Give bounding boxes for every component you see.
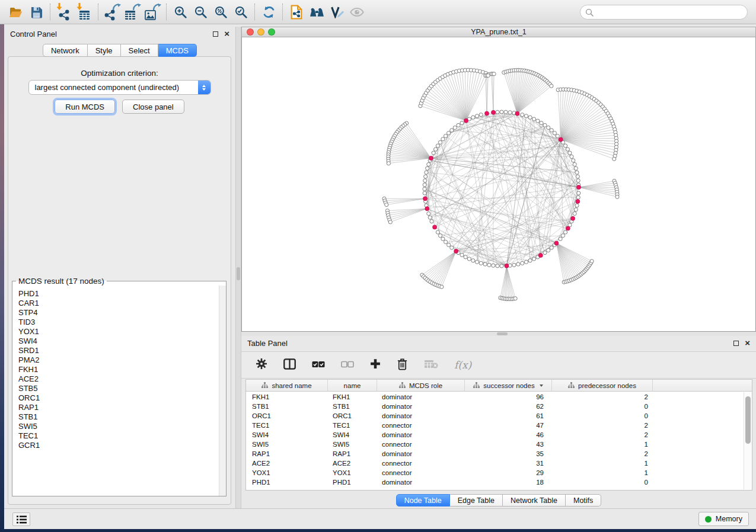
float-panel-icon[interactable] (733, 341, 739, 346)
table-row[interactable]: RAP1RAP1dominator352 (246, 449, 744, 459)
mcds-result-item[interactable]: SRD1 (18, 346, 218, 355)
mcds-result-item[interactable]: YOX1 (18, 327, 218, 336)
mcds-result-item[interactable]: SWI5 (18, 422, 218, 431)
close-panel-button[interactable]: Close panel (122, 100, 184, 114)
tab-edge-table[interactable]: Edge Table (450, 494, 503, 507)
mcds-result-item[interactable]: STB5 (18, 384, 218, 393)
import-network-button[interactable] (54, 2, 74, 22)
add-row-button[interactable] (370, 358, 381, 371)
sort-chevron-icon (540, 384, 543, 387)
refresh-view-button[interactable] (259, 2, 279, 22)
table-row[interactable]: SWI5SWI5connector431 (246, 440, 744, 449)
open-file-button[interactable] (6, 2, 26, 22)
close-panel-icon[interactable]: × (745, 340, 750, 346)
scrollbar-thumb[interactable] (745, 396, 751, 444)
splitter-grip[interactable] (497, 332, 508, 335)
table-row[interactable]: PHD1PHD1dominator180 (246, 477, 744, 487)
zoom-fit-button[interactable] (210, 2, 231, 22)
tab-node-table[interactable]: Node Table (396, 494, 450, 507)
mcds-result-item[interactable]: GCR1 (18, 441, 218, 450)
zoom-selected-button[interactable] (231, 2, 251, 22)
mcds-result-box: MCDS result (17 nodes) PHD1CAR1STP4TID3Y… (12, 277, 227, 496)
delete-table-button[interactable] (424, 360, 438, 371)
column-header-shared-name[interactable]: shared name (246, 380, 328, 392)
import-table-button[interactable] (74, 2, 94, 22)
run-mcds-button[interactable]: Run MCDS (55, 100, 115, 114)
network-canvas[interactable] (241, 37, 756, 332)
search-input[interactable] (594, 7, 747, 18)
column-header-name[interactable]: name (328, 380, 377, 392)
tab-motifs[interactable]: Motifs (566, 494, 601, 507)
tab-style[interactable]: Style (88, 44, 121, 57)
tab-network-table[interactable]: Network Table (503, 494, 566, 507)
save-session-button[interactable] (26, 2, 46, 22)
table-row[interactable]: STB1STB1dominator620 (246, 402, 744, 411)
mcds-result-item[interactable]: STP4 (18, 308, 218, 318)
mcds-list-scrollbar[interactable] (219, 286, 226, 496)
zoom-out-button[interactable] (190, 2, 210, 22)
network-nodes[interactable] (382, 68, 619, 301)
mcds-result-item[interactable]: SWI4 (18, 336, 218, 346)
column-header-mcds-role[interactable]: MCDS role (377, 380, 465, 392)
table-scrollbar[interactable] (744, 392, 752, 489)
attribute-type-icon (261, 382, 268, 389)
function-builder-button[interactable]: f(x) (454, 359, 471, 371)
horizontal-splitter[interactable] (241, 332, 756, 336)
table-cell: RAP1 (328, 449, 377, 459)
table-row[interactable]: TEC1TEC1connector472 (246, 421, 744, 430)
show-columns-button[interactable] (283, 358, 296, 372)
select-all-button[interactable] (312, 360, 325, 370)
table-cell: 2 (552, 421, 653, 430)
tab-network[interactable]: Network (43, 44, 88, 57)
memory-button[interactable]: Memory (698, 512, 749, 526)
export-table-button[interactable] (122, 2, 142, 22)
table-row[interactable]: FKH1FKH1dominator962 (246, 392, 744, 402)
column-header-successor-nodes[interactable]: successor nodes (465, 380, 552, 392)
table-cell: YOX1 (328, 468, 377, 477)
table-cell-filler (653, 468, 744, 477)
mcds-result-item[interactable]: ORC1 (18, 393, 218, 403)
hide-graphics-eye-button[interactable] (347, 2, 367, 22)
table-row[interactable]: ACE2ACE2connector311 (246, 459, 744, 468)
tab-select[interactable]: Select (121, 44, 158, 57)
mcds-result-item[interactable]: TEC1 (18, 431, 218, 441)
task-history-button[interactable] (12, 512, 30, 526)
settings-gear-button[interactable] (256, 358, 267, 372)
open-session-share-button[interactable] (286, 2, 307, 22)
export-network-button[interactable] (102, 2, 122, 22)
vertical-splitter[interactable] (235, 27, 241, 508)
export-arrow-icon (113, 4, 121, 11)
vizmapper-button[interactable] (327, 2, 347, 22)
criterion-select[interactable]: largest connected component (undirected) (28, 80, 211, 95)
control-panel: Control Panel × Network Style Select MCD… (4, 27, 235, 508)
deselect-all-button[interactable] (341, 360, 354, 370)
mcds-result-item[interactable]: TID3 (18, 318, 218, 327)
float-panel-icon[interactable] (213, 31, 218, 37)
binoculars-search-button[interactable] (307, 2, 327, 22)
mcds-result-item[interactable]: STB1 (18, 412, 218, 422)
export-image-button[interactable] (142, 2, 162, 22)
mcds-result-item[interactable]: RAP1 (18, 403, 218, 412)
delete-row-button[interactable] (397, 358, 408, 373)
table-cell: PHD1 (328, 477, 377, 487)
tab-mcds[interactable]: MCDS (158, 44, 197, 57)
splitter-grip[interactable] (237, 267, 240, 280)
table-cell-filler (653, 477, 744, 487)
mcds-result-item[interactable]: PHD1 (18, 289, 218, 299)
close-panel-icon[interactable]: × (224, 31, 229, 37)
table-row[interactable]: ORC1ORC1dominator610 (246, 411, 744, 421)
table-cell-filler (653, 421, 744, 430)
mcds-result-item[interactable]: CAR1 (18, 299, 218, 308)
table-row[interactable]: YOX1YOX1connector291 (246, 468, 744, 477)
mcds-result-item[interactable]: PMA2 (18, 355, 218, 365)
plus-icon (370, 358, 381, 369)
table-cell: ACE2 (246, 459, 328, 468)
zoom-in-button[interactable] (170, 2, 190, 22)
toolbar-separator (98, 4, 98, 20)
column-header-predecessor-nodes[interactable]: predecessor nodes (552, 380, 653, 392)
table-row[interactable]: SWI4SWI4dominator462 (246, 430, 744, 440)
mcds-result-item[interactable]: FKH1 (18, 365, 218, 374)
network-graph[interactable] (242, 37, 755, 331)
mcds-result-item[interactable]: ACE2 (18, 374, 218, 384)
select-stepper-icon (198, 81, 210, 94)
